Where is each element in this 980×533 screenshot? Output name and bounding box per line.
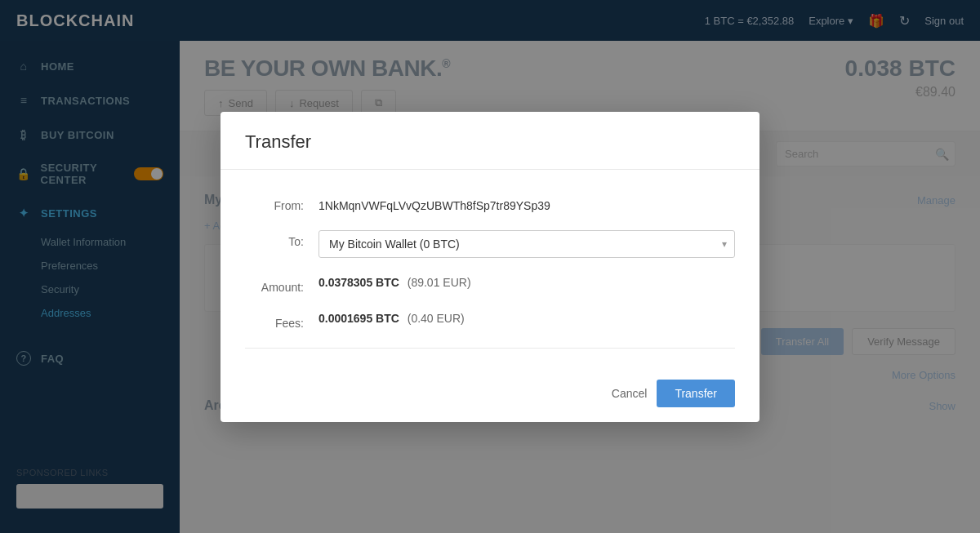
fees-row: Fees: 0.0001695 BTC (0.40 EUR) — [245, 312, 735, 330]
modal-footer: Cancel Transfer — [220, 365, 760, 422]
amount-eur: (89.01 EUR) — [408, 276, 471, 289]
amount-row: Amount: 0.0378305 BTC (89.01 EUR) — [245, 276, 735, 294]
to-select[interactable]: My Bitcoin Wallet (0 BTC) — [318, 230, 735, 258]
amount-btc: 0.0378305 BTC — [318, 276, 399, 289]
from-label: From: — [245, 194, 318, 212]
modal-header: Transfer — [220, 112, 760, 170]
to-label: To: — [245, 230, 318, 248]
from-row: From: 1NkMqnVWFqLVvQzUBWTh8fSp7tr89YSp39 — [245, 194, 735, 212]
amount-value: 0.0378305 BTC (89.01 EUR) — [318, 276, 471, 289]
fees-eur: (0.40 EUR) — [408, 312, 465, 325]
main-content: BE YOUR OWN BANK.® ↑ Send ↓ Request ⧉ — [180, 41, 980, 533]
fees-label: Fees: — [245, 312, 318, 330]
modal-overlay: Transfer From: 1NkMqnVWFqLVvQzUBWTh8fSp7… — [180, 41, 980, 533]
to-select-wrap: My Bitcoin Wallet (0 BTC) ▾ — [318, 230, 735, 258]
modal-divider — [245, 348, 735, 349]
to-row: To: My Bitcoin Wallet (0 BTC) ▾ — [245, 230, 735, 258]
transfer-modal: Transfer From: 1NkMqnVWFqLVvQzUBWTh8fSp7… — [220, 112, 760, 422]
modal-title: Transfer — [245, 131, 735, 153]
fees-btc: 0.0001695 BTC — [318, 312, 399, 325]
amount-label: Amount: — [245, 276, 318, 294]
modal-body: From: 1NkMqnVWFqLVvQzUBWTh8fSp7tr89YSp39… — [220, 170, 760, 365]
fees-value: 0.0001695 BTC (0.40 EUR) — [318, 312, 465, 325]
from-value: 1NkMqnVWFqLVvQzUBWTh8fSp7tr89YSp39 — [318, 194, 735, 212]
app-layout: ⌂ HOME ≡ TRANSACTIONS ₿ BUY BITCOIN 🔒 SE… — [0, 41, 980, 533]
cancel-button[interactable]: Cancel — [612, 387, 648, 400]
transfer-button[interactable]: Transfer — [657, 380, 735, 407]
